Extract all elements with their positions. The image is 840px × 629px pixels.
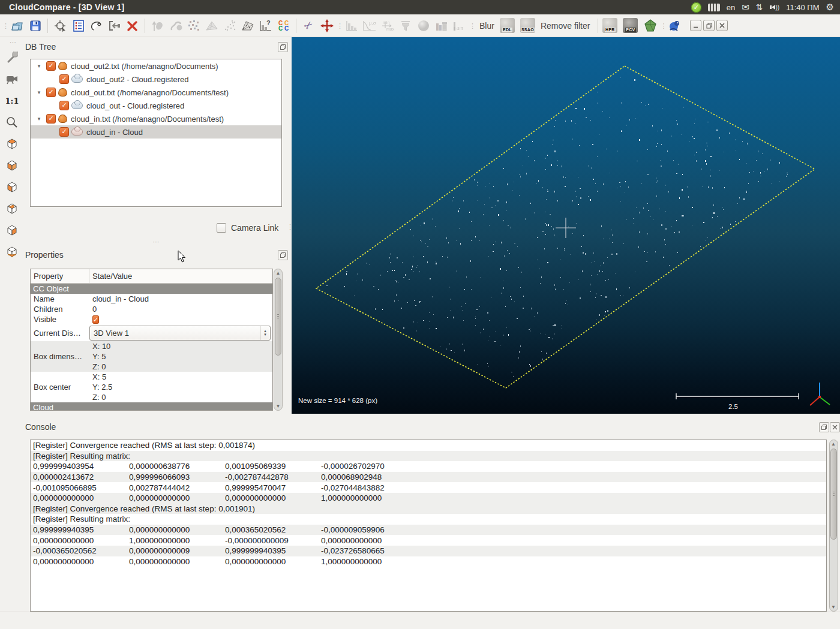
cube-bottom-icon[interactable] — [4, 243, 20, 260]
open-icon[interactable] — [9, 17, 25, 34]
properties-float-button[interactable] — [278, 250, 288, 260]
display-combobox[interactable]: 3D View 1▴▾ — [89, 326, 271, 341]
curvature-icon[interactable] — [167, 17, 184, 34]
plugin-bird-icon[interactable] — [667, 17, 683, 34]
properties-list-icon[interactable] — [70, 17, 86, 34]
properties-col-value: State/Value — [89, 272, 272, 281]
save-icon[interactable] — [27, 17, 43, 34]
pcv-icon[interactable]: PCV — [623, 18, 638, 33]
octree-icon[interactable] — [185, 17, 202, 34]
tree-item[interactable]: ▾✓cloud_in.txt (/home/anagno/Documents/t… — [31, 112, 281, 125]
camera-link-checkbox[interactable] — [217, 223, 226, 233]
updater-icon[interactable]: ✓ — [691, 2, 701, 13]
restore-icon[interactable] — [703, 20, 715, 31]
sf-diff-icon[interactable]: diff — [451, 17, 467, 34]
tree-item[interactable]: ✓cloud_out2 - Cloud.registered — [31, 73, 281, 86]
volume-icon[interactable]: )) — [770, 4, 780, 11]
console-scrollbar[interactable]: ▲▼ — [829, 440, 838, 612]
cube-left-icon[interactable] — [4, 179, 20, 195]
session-gear-icon[interactable]: ⚙ — [826, 2, 834, 13]
gauss-filter-icon[interactable]: μ,σ — [361, 17, 377, 34]
wrench-icon[interactable] — [4, 49, 20, 66]
toolbar-handle[interactable]: ⋮ — [287, 224, 292, 229]
expander-icon[interactable]: ▾ — [31, 63, 44, 69]
console-close-button[interactable] — [830, 422, 840, 432]
visible-checkbox[interactable]: ✓ — [92, 315, 99, 324]
properties-scrollbar[interactable]: ▲▼ — [274, 269, 283, 411]
cube-front-icon[interactable] — [4, 157, 20, 174]
keyboard-icon[interactable] — [708, 4, 720, 11]
tree-item[interactable]: ▾✓cloud_out.txt (/home/anagno/Documents/… — [31, 86, 281, 99]
camera-icon[interactable] — [4, 71, 20, 88]
sf-delete-icon[interactable] — [433, 17, 449, 34]
hpr-icon[interactable]: HPR — [602, 18, 617, 33]
apply-transformation-icon[interactable] — [106, 17, 122, 34]
cc-logo-icon[interactable]: CCCC — [275, 17, 292, 34]
visibility-checkbox[interactable]: ✓ — [59, 127, 69, 137]
viewport-3d[interactable]: New size = 914 * 628 (px) 2.5 — [292, 37, 840, 414]
properties-col-property: Property — [31, 269, 89, 283]
title-bar: CloudCompare - [3D View 1] ✓ en ✉ ⇅ )) 1… — [0, 0, 840, 14]
lasso-segment-icon[interactable] — [88, 17, 104, 34]
tree-item[interactable]: ▾✓cloud_out2.txt (/home/anagno/Documents… — [31, 59, 281, 73]
delete-icon[interactable] — [124, 17, 140, 34]
dock-handle[interactable]: ⋯ — [151, 239, 161, 244]
edl-icon[interactable]: EDL — [500, 18, 515, 33]
console-log[interactable]: [Register] Convergence reached (RMS at l… — [30, 440, 827, 612]
visibility-checkbox[interactable]: ✓ — [46, 114, 56, 124]
tree-item-label: cloud_in.txt (/home/anagno/Documents/tes… — [71, 115, 224, 124]
triangulate-icon[interactable] — [239, 17, 256, 34]
hierarchy-icon — [58, 62, 67, 70]
sample-points-icon[interactable] — [221, 17, 238, 34]
cube-top-icon[interactable] — [4, 136, 20, 152]
svg-text:diff: diff — [457, 26, 463, 31]
property-value[interactable]: ✓ — [89, 315, 272, 324]
mail-icon[interactable]: ✉ — [742, 2, 749, 13]
histogram-question-icon[interactable]: ? — [257, 17, 274, 34]
language-indicator[interactable]: en — [727, 3, 735, 12]
property-section: CC Object — [31, 284, 272, 294]
cloud-blue-icon — [71, 102, 83, 109]
properties-header: Property State/Value — [31, 269, 272, 284]
tree-item[interactable]: ✓cloud_out - Cloud.registered — [31, 99, 281, 112]
toolbar-handle[interactable]: ⋮ — [337, 23, 341, 28]
pick-rotation-center-icon[interactable] — [52, 17, 68, 34]
scissors-icon[interactable]: ✂ — [297, 14, 320, 37]
sphere-icon[interactable] — [415, 17, 431, 34]
visibility-checkbox[interactable]: ✓ — [59, 74, 69, 84]
property-row: Visible✓ — [31, 314, 272, 324]
ssao-icon[interactable]: SSAO — [520, 18, 535, 33]
console-title: Console — [25, 422, 56, 432]
minimize-icon[interactable] — [690, 20, 701, 31]
magnifier-icon[interactable] — [4, 114, 20, 131]
cube-right-icon[interactable] — [4, 222, 20, 239]
toolbar-handle[interactable]: ⋮ — [2, 23, 7, 28]
network-icon[interactable]: ⇅ — [756, 2, 763, 12]
visibility-checkbox[interactable]: ✓ — [59, 101, 69, 110]
expander-icon[interactable]: ▾ — [31, 116, 44, 122]
expander-icon[interactable]: ▾ — [31, 89, 44, 95]
remove-filter-button[interactable]: Remove filter — [541, 21, 590, 31]
toolbar-handle[interactable]: ⋯ — [10, 40, 14, 44]
histogram-icon[interactable] — [343, 17, 359, 34]
compute-normals-icon[interactable] — [149, 17, 166, 34]
toolbar-handle[interactable]: ⋮ — [660, 23, 665, 28]
min-max-icon[interactable]: minmax — [379, 17, 395, 34]
mesh-icon[interactable] — [203, 17, 220, 34]
cube-back-icon[interactable] — [4, 200, 20, 217]
visibility-checkbox[interactable]: ✓ — [46, 88, 56, 97]
translate-rotate-icon[interactable] — [319, 17, 335, 34]
poisson-icon[interactable] — [642, 17, 658, 34]
combobox-spinner-icon[interactable]: ▴▾ — [260, 326, 270, 340]
visibility-checkbox[interactable]: ✓ — [46, 61, 56, 71]
console-float-button[interactable] — [819, 422, 829, 432]
properties-title: Properties — [25, 250, 64, 260]
tree-item[interactable]: ✓cloud_in - Cloud — [31, 125, 281, 139]
filter-funnel-icon[interactable] — [397, 17, 413, 34]
db-tree-float-button[interactable] — [278, 42, 288, 52]
clock[interactable]: 11:40 ПМ — [786, 3, 819, 12]
zoom-fit-icon[interactable]: 1:1 — [4, 92, 20, 109]
toolbar-handle[interactable]: ⋮ — [469, 23, 474, 28]
blur-label[interactable]: Blur — [479, 21, 494, 31]
close-icon[interactable] — [716, 20, 728, 31]
